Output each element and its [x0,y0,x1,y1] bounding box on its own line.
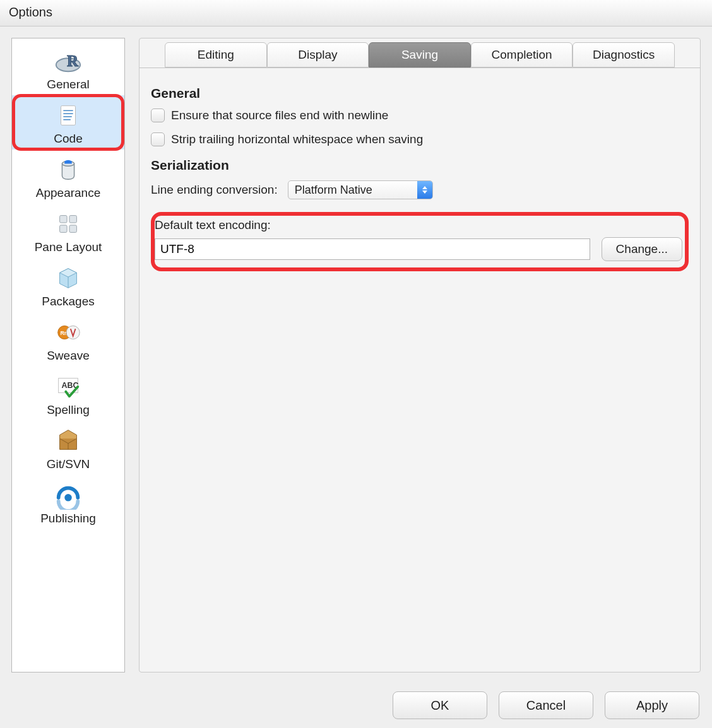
sidebar-item-sweave[interactable]: Rnw Sweave [12,312,124,367]
tab-editing[interactable]: Editing [165,42,267,68]
window-titlebar: Options [0,0,712,26]
checkbox-label: Ensure that source files end with newlin… [171,109,388,122]
svg-rect-11 [69,225,77,233]
line-ending-label: Line ending conversion: [151,183,278,197]
section-heading-serialization: Serialization [151,158,689,173]
line-ending-row: Line ending conversion: Platform Native [151,180,689,199]
svg-rect-9 [69,216,77,223]
cancel-button[interactable]: Cancel [499,691,593,719]
sweave-icon: Rnw [15,317,122,348]
sidebar-label: General [15,78,122,91]
apply-button[interactable]: Apply [605,691,699,719]
tab-diagnostics[interactable]: Diagnostics [573,42,675,68]
panel-body: General Ensure that source files end wit… [139,68,700,283]
sidebar-item-appearance[interactable]: Appearance [12,150,124,204]
spellcheck-icon: ABC [15,372,122,402]
checkbox-row-strip-whitespace[interactable]: Strip trailing horizontal whitespace whe… [151,132,689,146]
sidebar-label: Sweave [15,349,122,363]
sidebar: R General Code Appearance Pane Layout [11,38,125,672]
line-ending-value: Platform Native [288,184,417,197]
checkbox-row-newline[interactable]: Ensure that source files end with newlin… [151,109,689,122]
change-encoding-button[interactable]: Change... [602,237,682,261]
encoding-group: Default text encoding: Change... [151,212,689,271]
publish-icon [15,480,122,510]
sidebar-label: Git/SVN [15,457,122,471]
content-area: R General Code Appearance Pane Layout [0,26,712,684]
encoding-label: Default text encoding: [155,218,682,232]
tab-saving[interactable]: Saving [369,42,471,68]
svg-point-19 [64,494,72,502]
svg-rect-2 [61,106,76,126]
tab-display[interactable]: Display [267,42,369,68]
sidebar-label: Pane Layout [15,240,122,254]
checkbox-strip-whitespace[interactable] [151,132,165,146]
svg-rect-10 [60,225,68,233]
svg-rect-8 [60,216,68,223]
encoding-input[interactable] [155,238,590,260]
sidebar-label: Packages [15,295,122,308]
r-logo-icon: R [15,46,122,76]
sidebar-item-publishing[interactable]: Publishing [12,475,124,529]
sidebar-item-general[interactable]: R General [12,41,124,95]
sidebar-label: Spelling [15,403,122,417]
checkbox-label: Strip trailing horizontal whitespace whe… [171,132,423,146]
sidebar-label: Code [15,132,122,146]
document-icon [15,100,122,131]
svg-text:R: R [67,52,79,69]
sidebar-label: Appearance [15,186,122,200]
tab-completion[interactable]: Completion [471,42,573,68]
main-panel: Editing Display Saving Completion Diagno… [139,38,701,672]
ok-button[interactable]: OK [393,691,487,719]
select-stepper-icon [417,181,432,199]
tab-bar: Editing Display Saving Completion Diagno… [165,42,675,68]
sidebar-label: Publishing [15,512,122,525]
dialog-footer: OK Cancel Apply [393,691,699,719]
section-heading-general: General [151,86,689,101]
sidebar-item-git-svn[interactable]: Git/SVN [12,421,124,475]
line-ending-select[interactable]: Platform Native [288,180,433,199]
package-box-icon [15,426,122,456]
sidebar-item-spelling[interactable]: ABC Spelling [12,367,124,421]
window-title: Options [9,5,52,19]
sidebar-item-pane-layout[interactable]: Pane Layout [12,204,124,258]
cube-icon [15,263,122,293]
sidebar-item-code[interactable]: Code [12,95,124,150]
sidebar-item-packages[interactable]: Packages [12,258,124,312]
checkbox-newline[interactable] [151,109,165,122]
paint-bucket-icon [15,155,122,185]
grid-panes-icon [15,209,122,239]
